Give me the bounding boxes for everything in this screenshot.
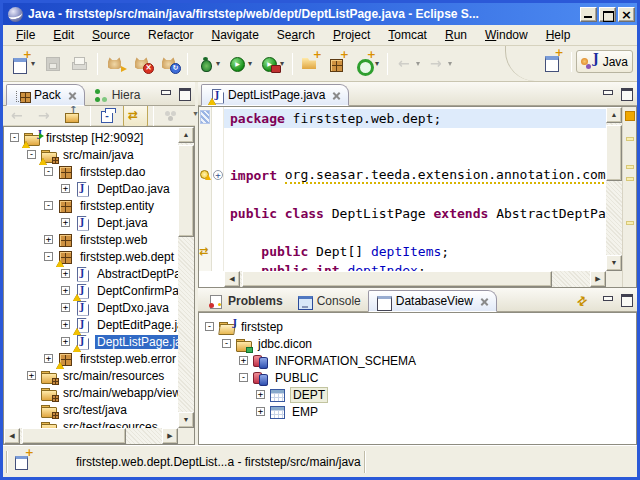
tree-item-firststep-dao[interactable]: -firststep.dao [4, 163, 178, 180]
expander-icon[interactable]: + [61, 303, 70, 312]
code-line[interactable]: import org.seasar.teeda.extension.annota… [224, 166, 606, 185]
tree-item-jdbc-dicon[interactable]: -jdbc.dicon [199, 335, 636, 352]
expander-icon[interactable]: - [222, 339, 231, 348]
debug-button[interactable]: ▾ [193, 52, 223, 75]
code-line[interactable]: public class DeptListPage extends Abstra… [224, 204, 606, 223]
code-line[interactable]: public Dept[] deptItems; [224, 242, 606, 261]
tree-item-deptconfirmpage-java[interactable]: +DeptConfirmPage.java [4, 282, 178, 299]
new-wizard-button[interactable]: ▾ [8, 52, 38, 75]
tab-hierarchy[interactable]: Hiera [85, 84, 148, 106]
tree-item-firststep[interactable]: -firststep [199, 318, 636, 335]
scroll-right-button[interactable]: ▶ [590, 271, 606, 287]
folding-ruler[interactable]: + [212, 107, 224, 271]
expander-icon[interactable]: + [61, 269, 70, 278]
warning-mark[interactable] [626, 137, 634, 141]
editor-vscrollbar[interactable]: ▲ ▼ [606, 107, 622, 271]
menu-project[interactable]: Project [324, 26, 379, 44]
scroll-up-button[interactable]: ▲ [178, 127, 194, 143]
code-line[interactable] [224, 185, 606, 204]
scroll-track[interactable] [20, 428, 162, 444]
expander-icon[interactable]: - [10, 133, 19, 142]
expander-icon[interactable]: - [44, 252, 53, 261]
maximize-view-icon[interactable] [620, 87, 633, 99]
expander-icon[interactable]: + [44, 235, 53, 244]
tab-console[interactable]: Console [290, 290, 368, 312]
package-explorer-hscrollbar[interactable]: ◀ ▶ [4, 428, 178, 444]
tree-item-firststep-web[interactable]: +firststep.web [4, 231, 178, 248]
close-icon[interactable] [332, 91, 341, 100]
menu-source[interactable]: Source [83, 26, 139, 44]
expander-icon[interactable]: + [61, 320, 70, 329]
open-perspective-button[interactable] [538, 50, 567, 73]
tree-item-src-test-resources[interactable]: src/test/resources [4, 418, 178, 428]
expander-icon[interactable]: + [239, 356, 248, 365]
tree-item-dept[interactable]: +DEPT [199, 386, 636, 403]
menu-window[interactable]: Window [476, 26, 537, 44]
scroll-left-button[interactable]: ◀ [4, 428, 20, 444]
warning-mark[interactable] [626, 165, 634, 169]
fast-view-icon[interactable] [13, 453, 32, 470]
editor-hscrollbar[interactable]: ◀ ▶ [224, 271, 606, 287]
close-icon[interactable] [480, 297, 489, 306]
close-button[interactable] [618, 7, 635, 22]
run-external-button[interactable]: ▾ [257, 52, 287, 75]
warning-mark[interactable] [626, 177, 634, 181]
tree-item-dept-java[interactable]: +Dept.java [4, 214, 178, 231]
maximize-view-icon[interactable] [178, 87, 191, 99]
menu-run[interactable]: Run [436, 26, 476, 44]
scroll-thumb[interactable] [606, 125, 622, 181]
scroll-track[interactable] [178, 143, 194, 412]
tree-item-deptlistpage-java[interactable]: +DeptListPage.java [4, 333, 178, 350]
minimize-view-icon[interactable] [159, 87, 172, 99]
menu-help[interactable]: Help [537, 26, 580, 44]
dropdown-arrow-icon[interactable]: ▾ [216, 59, 220, 68]
menu-edit[interactable]: Edit [44, 26, 83, 44]
expander-icon[interactable]: + [61, 286, 70, 295]
scroll-left-button[interactable]: ◀ [224, 271, 240, 287]
tree-item-depteditpage-java[interactable]: +DeptEditPage.java [4, 316, 178, 333]
close-icon[interactable] [68, 91, 77, 100]
refresh-icon[interactable] [575, 293, 591, 307]
expander-icon[interactable]: + [256, 407, 265, 416]
tree-item-deptdxo-java[interactable]: +DeptDxo.java [4, 299, 178, 316]
tab-package-explorer[interactable]: Pack [6, 84, 85, 106]
expander-icon[interactable]: - [44, 201, 53, 210]
tree-item-src-main-resources[interactable]: +src/main/resources [4, 367, 178, 384]
scroll-thumb[interactable] [242, 271, 552, 287]
code-line[interactable]: public int deptIndex; [224, 261, 606, 271]
tree-item-deptdao-java[interactable]: +DeptDao.java [4, 180, 178, 197]
scroll-down-button[interactable]: ▼ [606, 255, 622, 271]
warning-mark[interactable] [625, 111, 635, 121]
maximize-button[interactable] [599, 7, 616, 22]
expander-icon[interactable]: - [44, 167, 53, 176]
menu-navigate[interactable]: Navigate [202, 26, 267, 44]
tomcat-restart-button[interactable] [157, 52, 182, 75]
tomcat-start-button[interactable] [103, 52, 128, 75]
run-button[interactable]: ▾ [225, 52, 255, 75]
tree-item-emp[interactable]: +EMP [199, 403, 636, 420]
scroll-thumb[interactable] [178, 145, 194, 237]
expander-icon[interactable]: + [61, 337, 70, 346]
minimize-view-icon[interactable] [601, 87, 614, 99]
new-java-project-button[interactable] [298, 52, 323, 75]
tree-item-firststep-web-error[interactable]: +firststep.web.error [4, 350, 178, 367]
scroll-thumb[interactable] [22, 428, 126, 444]
overview-ruler[interactable] [622, 107, 636, 287]
up-button[interactable] [60, 104, 85, 127]
scroll-track[interactable] [240, 271, 590, 287]
tree-item-public[interactable]: -PUBLIC [199, 369, 636, 386]
tab-problems[interactable]: Problems [201, 290, 290, 312]
expander-icon[interactable]: + [61, 184, 70, 193]
code-line[interactable]: package firststep.web.dept; [224, 109, 606, 128]
tree-item-information-schema[interactable]: +INFORMATION_SCHEMA [199, 352, 636, 369]
expander-icon[interactable]: + [27, 371, 36, 380]
new-package-button[interactable] [325, 52, 350, 75]
package-explorer-vscrollbar[interactable]: ▲ ▼ [178, 127, 194, 428]
titlebar[interactable]: Java - firststep/src/main/java/firststep… [3, 3, 637, 25]
tree-item-firststep-h2-9092-[interactable]: -firststep [H2:9092] [4, 129, 178, 146]
menu-file[interactable]: File [7, 26, 44, 44]
expander-icon[interactable]: - [205, 322, 214, 331]
dropdown-arrow-icon[interactable]: ▾ [248, 59, 252, 68]
tomcat-stop-button[interactable] [130, 52, 155, 75]
java-perspective-button[interactable]: Java [576, 50, 633, 73]
